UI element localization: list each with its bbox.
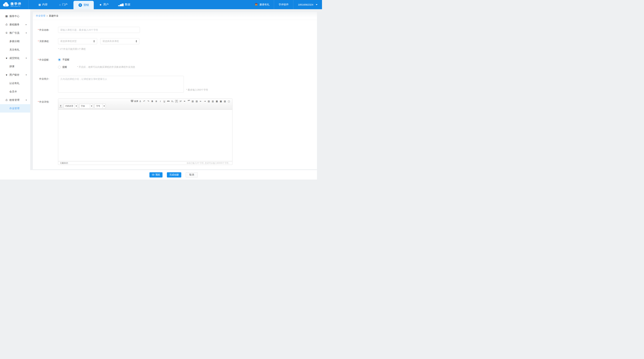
font-family-select[interactable]: 字体 xyxy=(79,104,93,108)
nav-item-label: 数据 xyxy=(125,3,130,6)
sidebar-item-conversion[interactable]: ♥ 成交转化 ▾ xyxy=(0,54,30,62)
eye-icon xyxy=(152,174,154,176)
homework-intro-textarea[interactable] xyxy=(58,76,184,92)
software-button[interactable]: 学伴软件 xyxy=(274,0,293,9)
invite-reward-button[interactable]: 邀请有礼 xyxy=(250,0,274,9)
brand-logo[interactable]: y 微学伴 www.vlearn.cn xyxy=(0,0,28,9)
expand-arrow-icon: ▾ xyxy=(26,57,27,59)
format-painter-icon[interactable]: ✒ xyxy=(183,99,186,103)
underline-icon[interactable]: U xyxy=(163,99,166,103)
sidebar-item-school-admin[interactable]: ⎙ 校务管理 ▾ xyxy=(0,96,30,104)
sidebar-item-label: 作业管理 xyxy=(10,107,20,110)
remind-option-off-label: 不提醒 xyxy=(62,58,70,61)
sidebar-item-label: 拼课 xyxy=(10,65,14,68)
homework-remind-row: *作业提醒: 不提醒 提醒 * 开启后，老师可以向购买课程的学员推送课程作业消息 xyxy=(33,56,317,69)
sidebar-item-service-center[interactable]: ▦ 服务中心 xyxy=(0,12,30,20)
intro-hint: * 最多输入350个字符 xyxy=(186,88,208,92)
radio-selected-icon[interactable] xyxy=(58,58,61,61)
remind-option-on[interactable]: 提醒 * 开启后，老师可以向购买课程的学员推送课程作业消息 xyxy=(58,66,135,69)
remind-hint: * 开启后，老师可以向购买课程的学员推送课程作业消息 xyxy=(77,66,135,68)
tab-users[interactable]: ☻ 用户 xyxy=(94,0,114,9)
cloud-logo-icon: y xyxy=(2,2,10,8)
tab-content[interactable]: ▦ 内容 xyxy=(33,0,53,9)
course-select[interactable]: 请选择具体课程 xyxy=(100,38,139,44)
editor-content-area[interactable] xyxy=(58,110,232,161)
dropdown-arrow-icon xyxy=(75,104,78,108)
sidebar-item-member-card[interactable]: 会员卡 xyxy=(0,88,30,96)
homework-intro-row: 作业简介: * 最多输入350个字符 xyxy=(33,76,317,93)
required-mark: * xyxy=(38,100,39,103)
insert-col-left-icon[interactable]: ⇤ xyxy=(199,99,202,103)
insert-table-icon[interactable]: ▦ xyxy=(215,99,218,103)
fullscreen-button[interactable]: 全屏 xyxy=(131,100,138,103)
superscript-icon[interactable]: X² xyxy=(179,99,182,103)
homework-detail-label: 作业详情: xyxy=(39,100,49,103)
sidebar-item-retention[interactable]: ♥ 用户留存 ▾ xyxy=(0,71,30,79)
sidebar-item-distribution[interactable]: 多级分销 xyxy=(0,37,30,46)
money-icon: ① xyxy=(5,31,8,34)
remind-option-on-label: 提醒 xyxy=(62,66,67,68)
cancel-button[interactable]: 取消 xyxy=(186,172,198,178)
subscript-icon[interactable]: X₂ xyxy=(171,99,174,103)
strikethrough-icon[interactable]: abc xyxy=(167,99,170,103)
invite-reward-label: 邀请有礼 xyxy=(259,3,269,6)
undo-icon[interactable]: ↶ xyxy=(142,99,146,103)
course-hint: * 1个作业只能关联1个课程 xyxy=(58,47,317,51)
table-cols-icon[interactable]: ▥ xyxy=(211,99,214,103)
related-course-label: 关联课程: xyxy=(39,40,49,42)
expand-arrow-icon: ▾ xyxy=(26,74,27,76)
code-block-icon[interactable]: T xyxy=(59,105,62,107)
insert-row-above-icon[interactable]: ▤ xyxy=(191,99,194,103)
tab-marketing[interactable]: S 营销 xyxy=(74,1,94,9)
create-button[interactable]: 完成创建 xyxy=(167,172,181,178)
breadcrumb-parent-link[interactable]: 作业管理 xyxy=(36,14,45,18)
insert-col-right-icon[interactable]: ⇥ xyxy=(203,99,206,103)
sidebar-item-cert-gift[interactable]: 认证有礼 xyxy=(0,79,30,88)
homework-name-input[interactable] xyxy=(58,27,140,33)
svg-text:y: y xyxy=(5,4,6,6)
cancel-label: 取消 xyxy=(189,173,194,176)
sidebar-item-basic-services[interactable]: ⎙ 基础服务 ▸ xyxy=(0,20,30,29)
account-menu[interactable]: 18516562324 xyxy=(293,0,322,9)
dropdown-arrow-icon xyxy=(102,104,106,108)
radio-unselected-icon[interactable] xyxy=(58,66,61,68)
sidebar-item-label: 基础服务 xyxy=(10,23,20,26)
blank-doc-icon[interactable]: ▢ xyxy=(227,99,230,103)
bold-icon[interactable]: B xyxy=(150,99,154,103)
blockquote-icon[interactable]: “” xyxy=(187,99,190,103)
italic-icon[interactable]: I xyxy=(159,99,162,103)
tab-data[interactable]: ▂▅▇ 数据 xyxy=(114,0,134,9)
sidebar-item-follow-gift[interactable]: 关注有礼 xyxy=(0,46,30,54)
preview-button[interactable]: 预览 xyxy=(150,172,162,178)
insert-row-below-icon[interactable]: ▤ xyxy=(195,99,198,103)
anchor-icon[interactable]: ⚓ xyxy=(138,99,142,103)
new-homework-form: *作业名称: *关联课程: 请选择课程类型 请选择具体课程 * 1个 xyxy=(33,20,317,165)
course-type-select[interactable]: 请选择课程类型 xyxy=(58,38,97,44)
editor-toolbar: 全屏 ⚓↶↷B≣IUabcX₂AX²✒“”▤▤⇤⇥▤▥▦▩▨▢ T 代码语言 字… xyxy=(58,99,232,110)
sidebar: ▦ 服务中心 ⎙ 基础服务 ▸ ① 推广引流 ▾ 多级分销 关注有礼 ♥ xyxy=(0,9,30,180)
main-panel: 作业管理 > 新建作业 *作业名称: *关联课程: 请选择课程类型 xyxy=(33,12,317,169)
line-height-icon[interactable]: ≣ xyxy=(155,99,158,103)
remind-option-off[interactable]: 不提醒 xyxy=(58,58,135,62)
sidebar-item-label: 服务中心 xyxy=(10,14,20,18)
sidebar-item-promotion[interactable]: ① 推广引流 ▾ xyxy=(0,29,30,37)
expand-arrow-icon: ▸ xyxy=(26,24,27,26)
code-language-select[interactable]: 代码语言 xyxy=(64,104,78,108)
breadcrumb-current: 新建作业 xyxy=(49,14,58,18)
sidebar-item-label: 多级分销 xyxy=(10,40,20,43)
delete-table-icon[interactable]: ▨ xyxy=(223,99,226,103)
sidebar-item-group-course[interactable]: 拼课 xyxy=(0,62,30,71)
top-nav-right: 邀请有礼 学伴软件 18516562324 xyxy=(250,0,322,9)
table-rows-icon[interactable]: ▤ xyxy=(207,99,210,103)
dropdown-arrow-icon xyxy=(90,104,93,108)
cell-background-icon[interactable]: ▩ xyxy=(219,99,222,103)
tab-portal[interactable]: ⌂ 门户 xyxy=(53,0,74,9)
brand-name: 微学伴 xyxy=(10,2,22,6)
sidebar-item-label: 校务管理 xyxy=(10,98,20,102)
sidebar-item-homework[interactable]: 作业管理 xyxy=(0,104,30,112)
font-size-select[interactable]: 字号 xyxy=(94,104,106,108)
redo-icon[interactable]: ↷ xyxy=(146,99,150,103)
font-color-icon[interactable]: A xyxy=(175,100,178,102)
content-grid-icon: ▦ xyxy=(38,3,40,6)
top-nav: y 微学伴 www.vlearn.cn ▦ 内容 ⌂ 门户 S 营销 xyxy=(0,0,322,9)
